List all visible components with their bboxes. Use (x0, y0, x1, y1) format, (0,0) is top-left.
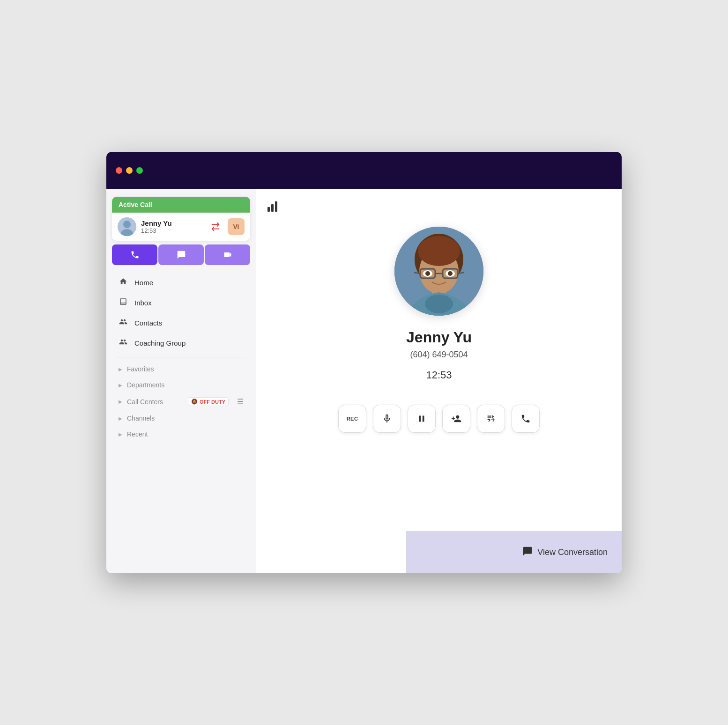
tab-phone[interactable] (112, 244, 157, 265)
handset-icon (520, 414, 531, 424)
nav-contacts-label: Contacts (134, 319, 162, 327)
chevron-favorites-icon: ▶ (119, 367, 122, 372)
contact-panel: Jenny Yu (604) 649-0504 12:53 REC (338, 227, 540, 433)
home-icon (119, 277, 128, 288)
rec-label: REC (347, 416, 358, 422)
add-participant-button[interactable] (442, 405, 470, 433)
contacts-icon (119, 318, 128, 328)
nav-item-call-centers[interactable]: ▶ Call Centers 🔕 OFF DUTY ☰ (109, 393, 253, 410)
call-actions-inline: Vi (207, 218, 245, 235)
bottom-bar: View Conversation (406, 531, 622, 573)
chevron-channels-icon: ▶ (119, 416, 122, 421)
nav-items: Home Inbox Contacts (106, 269, 256, 446)
sidebar: Active Call Jenny Yu 12:53 (106, 189, 256, 573)
transfer-button[interactable] (207, 218, 224, 235)
nav-item-inbox[interactable]: Inbox (109, 293, 253, 313)
titlebar (106, 152, 622, 189)
nav-home-label: Home (134, 279, 153, 287)
handset-button[interactable] (512, 405, 540, 433)
svg-rect-4 (271, 204, 274, 212)
app-window: Active Call Jenny Yu 12:53 (106, 152, 622, 573)
svg-point-18 (425, 271, 430, 276)
bell-off-icon: 🔕 (191, 399, 198, 405)
signal-icon (267, 200, 281, 215)
active-call-label: Active Call (119, 201, 152, 208)
call-controls: REC (338, 405, 540, 433)
close-button[interactable] (116, 167, 122, 174)
traffic-lights (116, 167, 143, 174)
message-icon (522, 546, 533, 559)
contact-name: Jenny Yu (406, 329, 472, 346)
nav-item-coaching[interactable]: Coaching Group (109, 333, 253, 353)
inbox-icon (119, 297, 128, 308)
svg-rect-5 (275, 201, 277, 212)
avatar-badge: Vi (228, 218, 245, 235)
active-call-header: Active Call (112, 197, 250, 213)
nav-callcenters-label: Call Centers (127, 398, 163, 406)
transfer-list-icon (486, 414, 496, 424)
record-button[interactable]: REC (338, 405, 366, 433)
nav-item-departments[interactable]: ▶ Departments (109, 377, 253, 393)
microphone-icon (382, 414, 392, 424)
svg-point-20 (448, 271, 453, 276)
active-call-card: Active Call Jenny Yu 12:53 (112, 197, 250, 241)
app-body: Active Call Jenny Yu 12:53 (106, 189, 622, 573)
tab-chat[interactable] (158, 244, 204, 265)
svg-point-11 (418, 236, 460, 266)
tab-bar (112, 244, 250, 265)
contact-phone: (604) 649-0504 (410, 350, 468, 360)
call-duration-sidebar: 12:53 (141, 227, 202, 234)
call-timer: 12:53 (426, 369, 452, 381)
hamburger-icon[interactable]: ☰ (237, 397, 244, 406)
nav-item-channels[interactable]: ▶ Channels (109, 410, 253, 426)
maximize-button[interactable] (136, 167, 143, 174)
svg-rect-3 (267, 207, 270, 212)
main-content: Jenny Yu (604) 649-0504 12:53 REC (256, 189, 622, 573)
nav-item-recent[interactable]: ▶ Recent (109, 426, 253, 442)
transfer-list-button[interactable] (477, 405, 505, 433)
nav-divider (116, 357, 246, 357)
mute-button[interactable] (373, 405, 401, 433)
view-conversation-label: View Conversation (537, 547, 608, 557)
nav-departments-label: Departments (127, 381, 164, 389)
nav-coaching-label: Coaching Group (134, 339, 186, 347)
off-duty-badge: 🔕 OFF DUTY (188, 397, 229, 406)
nav-channels-label: Channels (127, 414, 155, 422)
nav-item-home[interactable]: Home (109, 273, 253, 293)
active-call-body: Jenny Yu 12:53 Vi (112, 213, 250, 241)
add-person-icon (451, 414, 461, 424)
svg-point-1 (123, 221, 131, 228)
pause-icon (416, 414, 427, 424)
chevron-recent-icon: ▶ (119, 432, 122, 437)
off-duty-text: OFF DUTY (200, 399, 225, 405)
tab-video[interactable] (205, 244, 250, 265)
contact-avatar (394, 227, 483, 316)
view-conversation-button[interactable]: View Conversation (522, 546, 608, 559)
caller-avatar (118, 217, 136, 236)
pause-button[interactable] (408, 405, 436, 433)
chevron-callcenters-icon: ▶ (119, 399, 122, 404)
chevron-departments-icon: ▶ (119, 383, 122, 388)
nav-item-favorites[interactable]: ▶ Favorites (109, 361, 253, 377)
caller-info: Jenny Yu 12:53 (141, 219, 202, 234)
svg-point-21 (425, 295, 453, 313)
caller-name: Jenny Yu (141, 219, 202, 227)
coaching-icon (119, 338, 128, 348)
minimize-button[interactable] (126, 167, 133, 174)
nav-item-contacts[interactable]: Contacts (109, 313, 253, 333)
nav-recent-label: Recent (127, 430, 148, 438)
nav-favorites-label: Favorites (127, 365, 154, 373)
nav-inbox-label: Inbox (134, 299, 152, 307)
